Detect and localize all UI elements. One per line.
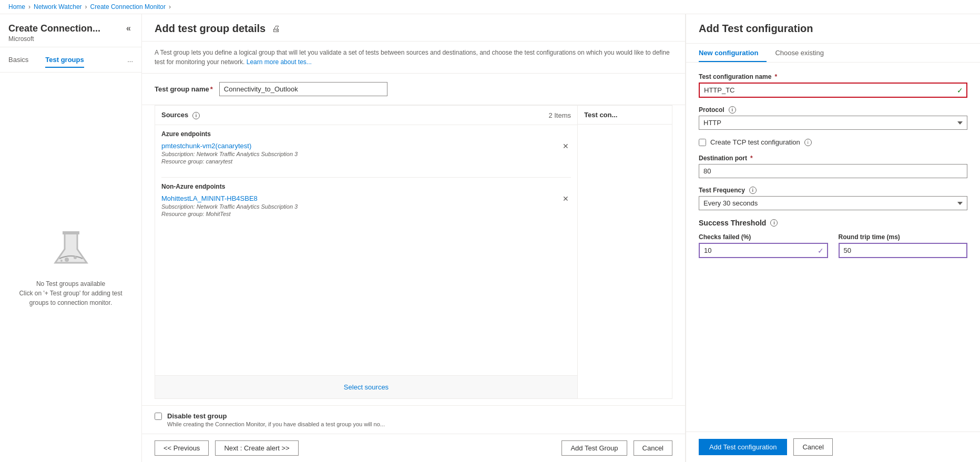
destination-port-group: Destination port * [699, 155, 967, 178]
test-config-column: Test con... [578, 105, 672, 399]
next-button[interactable]: Next : Create alert >> [215, 440, 298, 456]
breadcrumb-home[interactable]: Home [8, 3, 25, 11]
protocol-info-icon[interactable]: i [729, 106, 736, 114]
test-group-name-input[interactable] [219, 82, 387, 96]
tab-choose-existing[interactable]: Choose existing [775, 44, 832, 62]
test-frequency-label: Test Frequency i [699, 187, 967, 194]
svg-rect-0 [63, 231, 79, 234]
round-trip-input[interactable] [839, 243, 968, 258]
right-panel-content: Test configuration name * ✓ Protocol i H… [686, 63, 980, 432]
sources-footer: Select sources [155, 375, 577, 398]
sidebar: Create Connection... « Microsoft Basics … [0, 14, 142, 462]
azure-endpoints-title: Azure endpoints [161, 130, 571, 138]
sidebar-nav: Basics Test groups ... [0, 47, 141, 73]
test-config-column-header: Test con... [578, 106, 672, 125]
sources-label: Sources [161, 111, 188, 119]
test-config-name-group: Test configuration name * ✓ [699, 73, 967, 98]
endpoint-remove-azure[interactable]: ✕ [560, 142, 571, 150]
tab-new-configuration[interactable]: New configuration [699, 44, 767, 62]
sources-panel: Sources i 2 Items Azure endpoints pmtest… [155, 105, 578, 399]
center-title: Add test group details [155, 23, 266, 35]
destination-port-input[interactable] [699, 164, 967, 178]
create-tcp-checkbox-row: Create TCP test configuration i [699, 138, 967, 146]
sources-content: Azure endpoints pmtestchunk-vm2(canaryte… [155, 125, 577, 375]
create-tcp-label: Create TCP test configuration i [710, 138, 812, 146]
add-test-configuration-button[interactable]: Add Test configuration [699, 439, 787, 455]
round-trip-group: Round trip time (ms) [839, 233, 968, 258]
breadcrumb-network-watcher[interactable]: Network Watcher [34, 3, 82, 11]
sidebar-nav-dots[interactable]: ... [119, 52, 141, 68]
cancel-right-button[interactable]: Cancel [793, 438, 832, 456]
breadcrumb: Home › Network Watcher › Create Connecti… [0, 0, 980, 14]
svg-point-3 [60, 260, 63, 262]
endpoint-item-non-azure: MohittestLA_MININT-HB4SBE8 Subscription:… [161, 194, 571, 223]
center-header: Add test group details 🖨 [142, 14, 685, 42]
sidebar-header: Create Connection... « Microsoft [0, 14, 141, 47]
test-frequency-info-icon[interactable]: i [749, 187, 757, 194]
bottom-action-bar: << Previous Next : Create alert >> Add T… [142, 434, 685, 462]
test-config-column-content [578, 125, 672, 398]
create-tcp-info-icon[interactable]: i [804, 139, 812, 146]
success-threshold-info-icon[interactable]: i [770, 219, 778, 227]
protocol-label: Protocol i [699, 106, 967, 114]
endpoint-sub-azure: Subscription: Network Traffic Analytics … [161, 151, 298, 157]
learn-more-link[interactable]: Learn more about tes... [247, 58, 312, 66]
sources-header: Sources i 2 Items [155, 106, 577, 125]
test-config-name-input[interactable] [699, 83, 967, 98]
endpoint-sub-non-azure: Subscription: Network Traffic Analytics … [161, 203, 298, 210]
sidebar-subtitle: Microsoft [8, 35, 133, 43]
sources-info-icon[interactable]: i [192, 112, 200, 119]
endpoint-name-azure[interactable]: pmtestchunk-vm2(canarytest) [161, 142, 251, 150]
sidebar-title-text: Create Connection... [8, 23, 100, 34]
checks-failed-input[interactable] [699, 243, 828, 258]
create-tcp-checkbox[interactable] [699, 139, 706, 146]
disable-test-group-checkbox[interactable] [155, 413, 162, 420]
endpoint-rg-azure: Resource group: canarytest [161, 158, 298, 165]
center-description: A Test group lets you define a logical g… [142, 42, 685, 74]
disable-test-group-row: Disable test group While creating the Co… [142, 405, 685, 434]
sources-count: 2 Items [548, 111, 571, 119]
sidebar-empty-text: No Test groups availableClick on '+ Test… [13, 279, 129, 307]
endpoint-name-non-azure[interactable]: MohittestLA_MININT-HB4SBE8 [161, 194, 258, 202]
right-panel-tabs: New configuration Choose existing [686, 44, 980, 63]
protocol-select[interactable]: HTTP TCP ICMP [699, 116, 967, 130]
sidebar-item-basics[interactable]: Basics [0, 52, 37, 68]
select-sources-button[interactable]: Select sources [161, 380, 571, 394]
non-azure-endpoints-title: Non-Azure endpoints [161, 183, 571, 190]
endpoint-remove-non-azure[interactable]: ✕ [560, 194, 571, 203]
endpoint-divider [161, 177, 571, 178]
svg-point-1 [65, 258, 69, 262]
test-config-name-label: Test configuration name * [699, 73, 967, 80]
test-frequency-group: Test Frequency i Every 30 seconds Every … [699, 187, 967, 210]
add-test-group-button[interactable]: Add Test Group [562, 440, 627, 456]
right-panel-footer: Add Test configuration Cancel [686, 432, 980, 462]
success-threshold-title: Success Threshold i [699, 219, 967, 227]
previous-button[interactable]: << Previous [155, 440, 209, 456]
sidebar-item-test-groups[interactable]: Test groups [37, 52, 92, 68]
success-threshold-fields: Checks failed (%) ✓ Round trip time (ms) [699, 233, 967, 266]
flask-icon [50, 227, 92, 271]
checks-failed-checkmark: ✓ [818, 247, 824, 255]
right-panel-title: Add Test configuration [699, 23, 967, 35]
sidebar-collapse-button[interactable]: « [124, 23, 133, 34]
protocol-group: Protocol i HTTP TCP ICMP [699, 106, 967, 130]
test-frequency-select[interactable]: Every 30 seconds Every 1 minute Every 5 … [699, 196, 967, 210]
center-panel: Add test group details 🖨 A Test group le… [142, 14, 686, 462]
breadcrumb-create-connection-monitor[interactable]: Create Connection Monitor [90, 3, 166, 11]
checks-failed-label: Checks failed (%) [699, 233, 828, 241]
endpoint-rg-non-azure: Resource group: MohitTest [161, 211, 298, 217]
destination-port-label: Destination port * [699, 155, 967, 162]
endpoint-item-azure: pmtestchunk-vm2(canarytest) Subscription… [161, 142, 571, 171]
round-trip-label: Round trip time (ms) [839, 233, 968, 241]
right-panel: Add Test configuration New configuration… [686, 14, 980, 462]
test-group-name-row: Test group name* [142, 74, 685, 105]
print-icon[interactable]: 🖨 [272, 24, 280, 34]
right-panel-header: Add Test configuration [686, 14, 980, 44]
cancel-main-button[interactable]: Cancel [634, 440, 672, 456]
disable-test-group-label: Disable test group [167, 412, 385, 420]
checks-failed-group: Checks failed (%) ✓ [699, 233, 828, 258]
disable-test-group-description: While creating the Connection Monitor, i… [167, 421, 385, 427]
sidebar-empty-state: No Test groups availableClick on '+ Test… [0, 73, 141, 462]
test-config-name-checkmark: ✓ [957, 86, 963, 95]
svg-point-2 [74, 256, 77, 259]
